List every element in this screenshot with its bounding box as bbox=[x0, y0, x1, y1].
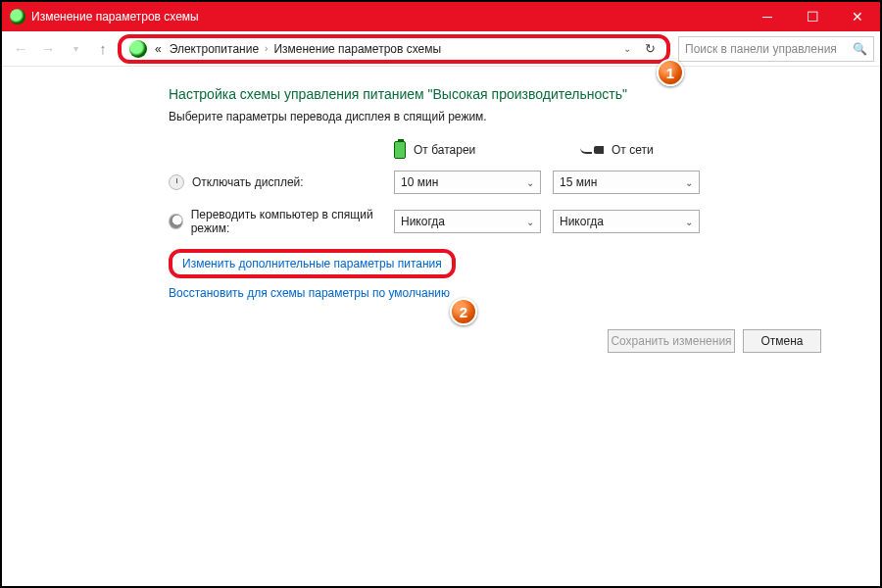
refresh-icon[interactable]: ↻ bbox=[637, 41, 662, 56]
breadcrumb[interactable]: « Электропитание › Изменение параметров … bbox=[118, 34, 670, 64]
search-input[interactable]: Поиск в панели управления 🔍 bbox=[678, 36, 874, 62]
minimize-button[interactable]: ─ bbox=[745, 2, 790, 31]
forward-arrow-icon[interactable]: → bbox=[35, 36, 61, 62]
links: Изменить дополнительные параметры питани… bbox=[169, 249, 860, 310]
chevron-down-icon: ⌄ bbox=[526, 217, 534, 227]
search-icon: 🔍 bbox=[853, 42, 867, 56]
select-sleep-battery[interactable]: Никогда ⌄ bbox=[394, 210, 541, 233]
select-display-ac-value: 15 мин bbox=[560, 175, 685, 189]
dropdown-history-icon[interactable]: ▾ bbox=[63, 36, 88, 62]
col-battery: От батареи bbox=[394, 141, 541, 159]
chevron-down-icon: ⌄ bbox=[685, 217, 693, 227]
moon-icon bbox=[169, 214, 183, 229]
chevron-down-icon: ⌄ bbox=[526, 177, 534, 188]
save-button[interactable]: Сохранить изменения bbox=[608, 329, 735, 353]
breadcrumb-icon bbox=[129, 40, 147, 58]
row-sleep: Переводить компьютер в спящий режим: Ник… bbox=[169, 208, 860, 235]
plug-icon bbox=[580, 144, 604, 156]
navbar: ← → ▾ ↑ « Электропитание › Изменение пар… bbox=[2, 31, 880, 67]
up-arrow-icon[interactable]: ↑ bbox=[90, 36, 116, 62]
col-battery-label: От батареи bbox=[414, 143, 475, 157]
monitor-clock-icon bbox=[169, 174, 184, 190]
breadcrumb-prefix: « bbox=[151, 42, 166, 56]
link-advanced[interactable]: Изменить дополнительные параметры питани… bbox=[182, 257, 442, 270]
select-display-battery[interactable]: 10 мин ⌄ bbox=[394, 171, 541, 194]
select-display-battery-value: 10 мин bbox=[401, 175, 526, 189]
chevron-right-icon: › bbox=[263, 43, 270, 54]
row-sleep-label: Переводить компьютер в спящий режим: bbox=[191, 208, 394, 235]
link-advanced-highlight: Изменить дополнительные параметры питани… bbox=[169, 249, 456, 278]
breadcrumb-dropdown-icon[interactable]: ⌄ bbox=[617, 43, 637, 54]
back-arrow-icon[interactable]: ← bbox=[8, 36, 33, 62]
col-ac-label: От сети bbox=[612, 143, 654, 157]
chevron-down-icon: ⌄ bbox=[685, 177, 693, 188]
window: Изменение параметров схемы ─ ☐ ✕ ← → ▾ ↑… bbox=[0, 0, 882, 588]
select-sleep-ac-value: Никогда bbox=[560, 215, 685, 228]
select-sleep-ac[interactable]: Никогда ⌄ bbox=[553, 210, 700, 233]
button-row: Сохранить изменения Отмена bbox=[169, 329, 821, 353]
content-area: Настройка схемы управления питанием "Выс… bbox=[2, 67, 880, 372]
breadcrumb-seg-power[interactable]: Электропитание bbox=[166, 42, 263, 56]
close-button[interactable]: ✕ bbox=[835, 2, 880, 31]
search-placeholder: Поиск в панели управления bbox=[685, 42, 837, 56]
row-sleep-label-wrap: Переводить компьютер в спящий режим: bbox=[169, 208, 394, 235]
maximize-button[interactable]: ☐ bbox=[790, 2, 835, 31]
col-ac: От сети bbox=[580, 143, 727, 157]
row-display-label: Отключать дисплей: bbox=[192, 175, 304, 189]
select-sleep-battery-value: Никогда bbox=[401, 215, 526, 228]
column-headers: От батареи От сети bbox=[394, 141, 860, 159]
app-icon bbox=[10, 9, 25, 24]
page-subtitle: Выберите параметры перевода дисплея в сп… bbox=[169, 110, 860, 123]
annotation-badge-2: 2 bbox=[450, 298, 477, 325]
page-heading: Настройка схемы управления питанием "Выс… bbox=[169, 86, 860, 102]
annotation-badge-1: 1 bbox=[657, 59, 684, 86]
battery-icon bbox=[394, 141, 406, 159]
link-restore-defaults[interactable]: Восстановить для схемы параметры по умол… bbox=[169, 286, 450, 300]
row-display-label-wrap: Отключать дисплей: bbox=[169, 174, 394, 190]
window-title: Изменение параметров схемы bbox=[31, 10, 745, 24]
breadcrumb-seg-edit[interactable]: Изменение параметров схемы bbox=[270, 42, 445, 56]
select-display-ac[interactable]: 15 мин ⌄ bbox=[553, 171, 700, 194]
cancel-button[interactable]: Отмена bbox=[743, 329, 821, 353]
titlebar: Изменение параметров схемы ─ ☐ ✕ bbox=[2, 2, 880, 31]
row-display: Отключать дисплей: 10 мин ⌄ 15 мин ⌄ bbox=[169, 171, 860, 194]
